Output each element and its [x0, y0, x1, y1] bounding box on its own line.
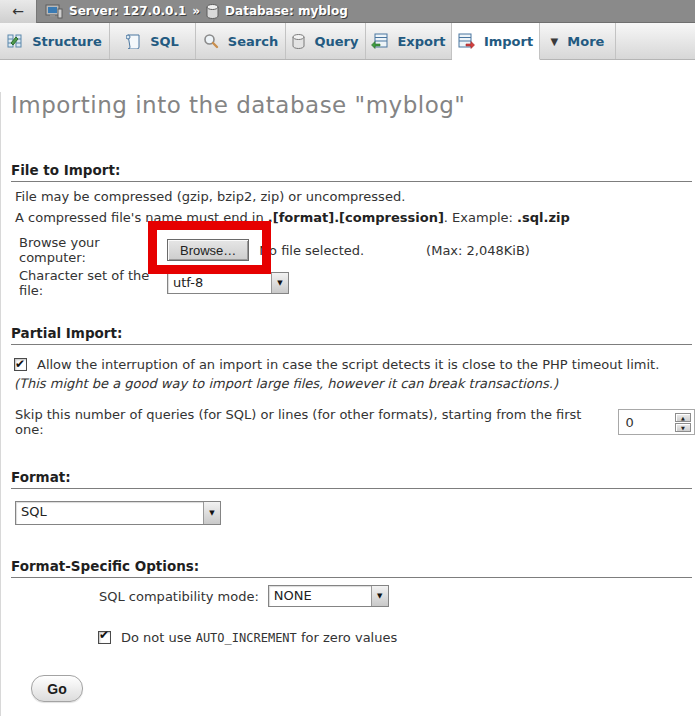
checkmark-icon: ✔ [15, 355, 25, 374]
chevron-down-icon: ▼ [551, 36, 559, 47]
section-heading-format-specific: Format-Specific Options: [11, 558, 692, 578]
autoinc-code: AUTO_INCREMENT [196, 631, 297, 645]
breadcrumb-server[interactable]: Server: 127.0.0.1 [69, 4, 186, 18]
browse-button[interactable]: Browse… [167, 239, 249, 261]
main-content: Importing into the database "myblog" Fil… [0, 92, 695, 716]
allow-interrupt-note: (This might be a good way to import larg… [14, 376, 558, 391]
max-upload-size: (Max: 2,048KiB) [426, 243, 530, 258]
spin-up-button[interactable]: ▲ [675, 413, 691, 422]
info-line1: File may be compressed (gzip, bzip2, zip… [15, 189, 405, 204]
autoinc-label: Do not use AUTO_INCREMENT for zero value… [121, 630, 397, 645]
search-icon [203, 33, 219, 49]
sql-compat-select-value: NONE [269, 586, 371, 606]
charset-select-value: utf-8 [168, 273, 271, 293]
query-icon [292, 34, 305, 49]
spin-buttons: ▲ ▼ [675, 413, 691, 432]
tab-label: More [567, 34, 604, 49]
charset-row: Character set of the file: utf-8 ▼ [19, 271, 695, 295]
file-import-info: File may be compressed (gzip, bzip2, zip… [15, 186, 695, 228]
info-line2-example: .sql.zip [517, 210, 570, 225]
tab-bar: Structure SQL Search Query Export [0, 23, 695, 60]
tab-search[interactable]: Search [196, 23, 286, 59]
sql-compat-select[interactable]: NONE ▼ [268, 585, 389, 607]
tab-structure[interactable]: Structure [0, 23, 110, 59]
tab-export[interactable]: Export [366, 23, 452, 59]
tab-label: Query [314, 34, 358, 49]
no-file-selected-text: No file selected. [259, 243, 364, 258]
autoinc-row: ✔ Do not use AUTO_INCREMENT for zero val… [98, 630, 695, 645]
info-line2-mid: . Example: [444, 210, 517, 225]
tab-sql[interactable]: SQL [110, 23, 196, 59]
autoinc-checkbox[interactable]: ✔ [98, 631, 111, 644]
tab-query[interactable]: Query [286, 23, 366, 59]
tab-more[interactable]: ▼ More [540, 23, 616, 59]
breadcrumb-separator: » [192, 4, 200, 18]
tab-label: SQL [150, 34, 179, 49]
charset-label: Character set of the file: [19, 268, 167, 298]
skip-queries-input[interactable]: 0 ▲ ▼ [618, 409, 695, 435]
section-heading-partial-import: Partial Import: [11, 325, 692, 345]
go-button[interactable]: Go [31, 675, 83, 702]
server-icon [45, 4, 63, 19]
tab-import[interactable]: Import [452, 23, 540, 60]
format-select[interactable]: SQL ▼ [15, 501, 221, 525]
structure-icon [7, 33, 23, 49]
browse-label: Browse your computer: [19, 235, 167, 265]
tab-label: Import [484, 34, 533, 49]
select-arrow-icon[interactable]: ▼ [203, 502, 220, 524]
allow-interrupt-checkbox[interactable]: ✔ [14, 358, 27, 371]
skip-queries-row: Skip this number of queries (for SQL) or… [15, 407, 695, 437]
format-select-value: SQL [16, 502, 203, 524]
breadcrumb: Server: 127.0.0.1 » Database: myblog [45, 4, 348, 19]
sql-icon [126, 33, 141, 49]
tab-label: Export [397, 34, 445, 49]
database-icon [206, 4, 219, 19]
tab-label: Structure [32, 34, 102, 49]
export-icon [371, 33, 388, 49]
page-title: Importing into the database "myblog" [11, 92, 695, 118]
breadcrumb-database[interactable]: Database: myblog [225, 4, 348, 18]
select-arrow-icon[interactable]: ▼ [271, 273, 288, 293]
import-icon [458, 33, 475, 49]
checkmark-icon: ✔ [99, 628, 109, 642]
charset-select[interactable]: utf-8 ▼ [167, 272, 289, 294]
section-heading-file-to-import: File to Import: [11, 162, 692, 182]
section-heading-format: Format: [11, 469, 692, 489]
server-info-bar: ← Server: 127.0.0.1 » Database: myblog [0, 0, 695, 23]
skip-queries-label: Skip this number of queries (for SQL) or… [15, 407, 602, 437]
allow-interrupt-row: ✔Allow the interruption of an import in … [14, 355, 681, 393]
select-arrow-icon[interactable]: ▼ [371, 586, 388, 606]
allow-interrupt-label: Allow the interruption of an import in c… [37, 357, 659, 372]
info-line2-format: .[format].[compression] [268, 210, 444, 225]
tab-label: Search [228, 34, 278, 49]
sql-compat-row: SQL compatibility mode: NONE ▼ [99, 584, 695, 608]
spin-down-button[interactable]: ▼ [675, 423, 691, 432]
browse-row: Browse your computer: Browse… No file se… [19, 238, 695, 262]
back-button[interactable]: ← [0, 0, 37, 23]
back-arrow-icon: ← [12, 3, 24, 19]
skip-queries-value: 0 [622, 415, 633, 430]
tabbar-filler [616, 23, 695, 59]
sql-compat-label: SQL compatibility mode: [99, 589, 259, 604]
info-line2-prefix: A compressed file's name must end in [15, 210, 268, 225]
